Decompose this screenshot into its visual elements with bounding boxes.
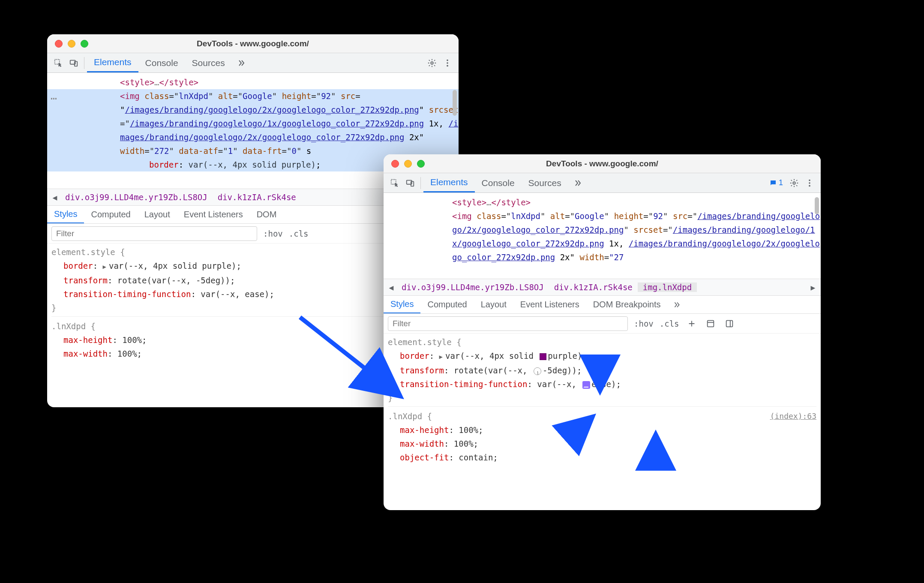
more-tabs-icon[interactable]	[232, 53, 251, 72]
srcset-link-1[interactable]: /images/branding/googlelogo/1x/googlelog…	[130, 119, 424, 128]
crumb-item[interactable]: div.k1zIA.rSk4se	[213, 192, 301, 202]
hov-toggle[interactable]: :hov	[634, 319, 654, 328]
subtab-layout[interactable]: Layout	[474, 296, 513, 313]
svg-point-13	[809, 185, 810, 186]
expand-shorthand-icon[interactable]: ▶	[103, 260, 106, 273]
zoom-icon[interactable]	[417, 160, 425, 168]
inspect-icon[interactable]	[51, 55, 66, 71]
crumb-item[interactable]: div.o3j99.LLD4me.yr19Zb.LS8OJ	[396, 282, 549, 292]
titlebar: DevTools - www.google.com/	[47, 34, 459, 53]
more-subtabs-icon[interactable]	[668, 296, 686, 313]
crumb-item[interactable]: div.k1zIA.rSk4se	[549, 282, 638, 292]
subtab-dom-breakpoints[interactable]: DOM	[250, 206, 284, 223]
zoom-icon[interactable]	[81, 40, 88, 48]
styles-filter-input[interactable]	[388, 316, 628, 331]
svg-point-6	[447, 65, 448, 66]
color-swatch-icon[interactable]	[540, 353, 546, 360]
traffic-lights	[391, 160, 425, 168]
tab-console[interactable]: Console	[475, 173, 522, 192]
new-style-rule-icon[interactable]	[685, 317, 698, 330]
dom-node[interactable]: <style>…</style>	[47, 75, 459, 89]
bezier-swatch-icon[interactable]	[582, 381, 590, 389]
kebab-icon[interactable]	[802, 175, 817, 191]
breadcrumb: ◀ div.o3j99.LLD4me.yr19Zb.LS8OJ div.k1zI…	[384, 279, 821, 296]
css-declaration[interactable]: max-width: 100%;	[388, 437, 816, 451]
dom-tree[interactable]: <style>…</style> <img class="lnXdpd" alt…	[384, 193, 821, 279]
dom-node[interactable]: <style>…</style>	[384, 195, 821, 209]
css-declaration[interactable]: transition-timing-function: var(--x, eas…	[388, 377, 816, 391]
titlebar: DevTools - www.google.com/	[384, 154, 821, 173]
minimize-icon[interactable]	[404, 160, 412, 168]
svg-rect-15	[726, 320, 732, 327]
device-toggle-icon[interactable]	[66, 55, 81, 71]
tab-console[interactable]: Console	[138, 53, 185, 72]
panel-tabs: Elements Console Sources	[87, 53, 251, 72]
inspect-icon[interactable]	[387, 175, 402, 191]
dom-node-selected[interactable]: <img class="lnXdpd" alt="Google" height=…	[384, 209, 821, 264]
tab-elements[interactable]: Elements	[423, 173, 475, 192]
close-icon[interactable]	[55, 40, 63, 48]
css-declaration[interactable]: max-height: 100%;	[388, 423, 816, 437]
css-declaration[interactable]: object-fit: contain;	[388, 451, 816, 464]
rule-selector[interactable]: element.style {	[388, 335, 816, 349]
computed-toggle-icon[interactable]	[704, 317, 717, 330]
src-link[interactable]: /images/branding/googlelogo/2x/googlelog…	[125, 105, 419, 114]
styles-filter-input[interactable]	[51, 226, 257, 241]
angle-swatch-icon[interactable]	[534, 367, 541, 375]
window-title: DevTools - www.google.com/	[47, 39, 459, 48]
css-declaration[interactable]: transform: rotate(var(--x, -5deg));	[388, 364, 816, 377]
svg-point-11	[809, 179, 810, 181]
crumb-item[interactable]: div.o3j99.LLD4me.yr19Zb.LS8OJ	[60, 192, 213, 202]
svg-point-5	[447, 62, 448, 64]
subtab-styles[interactable]: Styles	[47, 206, 84, 223]
separator	[420, 177, 421, 189]
kebab-icon[interactable]	[440, 55, 455, 71]
window-title: DevTools - www.google.com/	[384, 159, 821, 168]
cls-toggle[interactable]: .cls	[660, 319, 679, 328]
source-link[interactable]: (index):63	[770, 409, 816, 423]
subtab-event-listeners[interactable]: Event Listeners	[177, 206, 250, 223]
crumb-item-selected[interactable]: img.lnXdpd	[638, 282, 697, 292]
subtab-computed[interactable]: Computed	[84, 206, 137, 223]
expand-shorthand-icon[interactable]: ▶	[439, 350, 443, 364]
scrollbar[interactable]	[815, 197, 819, 214]
subtab-event-listeners[interactable]: Event Listeners	[513, 296, 586, 313]
minimize-icon[interactable]	[68, 40, 75, 48]
dom-node-selected[interactable]: <img class="lnXdpd" alt="Google" height=…	[47, 89, 459, 158]
subtab-styles[interactable]: Styles	[384, 296, 420, 313]
svg-point-4	[447, 59, 448, 61]
settings-icon[interactable]	[424, 55, 440, 71]
device-toggle-icon[interactable]	[402, 175, 418, 191]
crumb-scroll-left-icon[interactable]: ◀	[386, 283, 396, 292]
main-toolbar: Elements Console Sources 1	[384, 173, 821, 193]
rule-brace-close: }	[388, 391, 816, 405]
svg-point-10	[793, 182, 795, 184]
hov-toggle[interactable]: :hov	[263, 229, 283, 238]
scrollbar[interactable]	[453, 90, 457, 116]
styles-pane[interactable]: element.style { border: ▶var(--x, 4px so…	[384, 334, 821, 470]
traffic-lights	[55, 40, 88, 48]
separator	[84, 57, 84, 69]
cls-toggle[interactable]: .cls	[289, 229, 309, 238]
subtab-layout[interactable]: Layout	[138, 206, 177, 223]
tab-sources[interactable]: Sources	[522, 173, 568, 192]
settings-icon[interactable]	[786, 175, 802, 191]
subtab-dom-breakpoints[interactable]: DOM Breakpoints	[586, 296, 668, 313]
more-tabs-icon[interactable]	[568, 173, 587, 192]
issues-count: 1	[779, 178, 783, 187]
crumb-scroll-left-icon[interactable]: ◀	[50, 193, 60, 202]
devtools-window-after: DevTools - www.google.com/ Elements Cons…	[384, 154, 821, 510]
crumb-scroll-right-icon[interactable]: ▶	[808, 283, 818, 292]
styles-subtabs: Styles Computed Layout Event Listeners D…	[384, 296, 821, 314]
collapsed-siblings-icon[interactable]: ⋯	[51, 92, 57, 105]
css-declaration[interactable]: border: ▶var(--x, 4px solid purple);	[388, 349, 816, 364]
subtab-computed[interactable]: Computed	[420, 296, 474, 313]
rule-selector[interactable]: .lnXdpd {	[388, 409, 816, 423]
tab-elements[interactable]: Elements	[87, 53, 138, 72]
toggle-sidebar-icon[interactable]	[723, 317, 736, 330]
styles-filter-bar: :hov .cls	[384, 314, 821, 334]
tab-sources[interactable]: Sources	[185, 53, 232, 72]
close-icon[interactable]	[391, 160, 399, 168]
svg-point-3	[431, 62, 433, 64]
issues-badge[interactable]: 1	[766, 178, 786, 187]
